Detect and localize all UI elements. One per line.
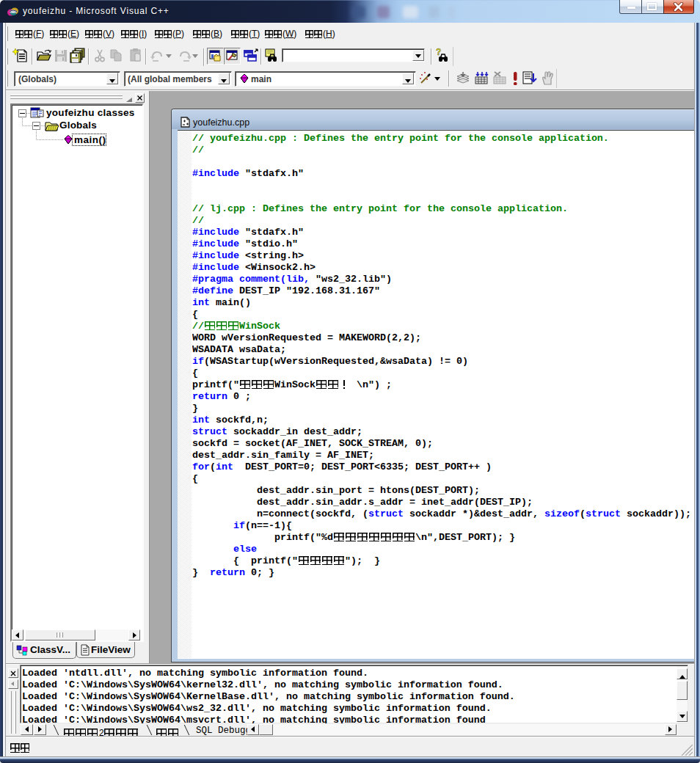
svg-text:?: ? xyxy=(436,47,441,57)
